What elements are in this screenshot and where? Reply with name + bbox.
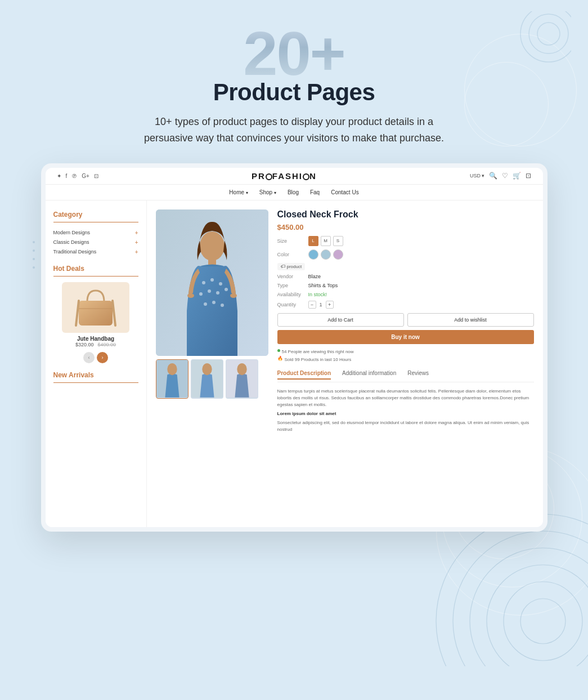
big-number: 20+ <box>11 23 577 84</box>
color-opt-2[interactable] <box>321 249 331 260</box>
sold-social-proof: 🔥 Sold 99 Products in last 10 Hours <box>277 355 534 362</box>
svg-point-50 <box>237 363 246 375</box>
main-product-image <box>156 209 268 356</box>
thumbnail-2[interactable] <box>191 359 223 399</box>
color-row: Color <box>277 249 534 260</box>
nav-shop[interactable]: Shop ▾ <box>259 189 276 195</box>
size-label: Size <box>277 238 308 244</box>
color-label: Color <box>277 252 308 257</box>
instagram-icon: ⊡ <box>94 173 98 179</box>
product-tag: 🏷 product <box>277 263 306 270</box>
expand-icon-traditional: + <box>135 249 138 255</box>
svg-point-2 <box>487 565 588 666</box>
product-section: Closed Neck Frock $450.00 Size L M S <box>147 200 543 527</box>
product-top-area: Closed Neck Frock $450.00 Size L M S <box>156 209 534 433</box>
svg-point-4 <box>453 531 588 666</box>
page-title: Product Pages <box>11 79 577 106</box>
svg-point-43 <box>187 293 194 298</box>
shop-arrow: ▾ <box>274 190 276 195</box>
prev-arrow[interactable]: ‹ <box>83 352 95 363</box>
home-arrow: ▾ <box>246 190 248 195</box>
quantity-decrease[interactable]: − <box>308 301 316 309</box>
store-topbar: ✦ f ℗ G+ ⊡ PRFASHIN USD ▾ 🔍 ♡ 🛒 ⊡ <box>46 168 543 185</box>
svg-point-37 <box>208 289 211 293</box>
add-to-wishlist-button[interactable]: Add to wishlist <box>407 313 534 327</box>
quantity-increase[interactable]: + <box>326 301 334 309</box>
thumbnail-3[interactable] <box>226 359 258 399</box>
svg-point-1 <box>504 582 582 661</box>
type-row: Type Shirts & Tops <box>277 283 534 288</box>
availability-label: Availability <box>277 292 308 297</box>
nav-blog[interactable]: Blog <box>288 189 299 195</box>
sidebar-item-classic[interactable]: Classic Designs + <box>53 238 138 247</box>
color-opt-1[interactable] <box>308 249 318 260</box>
facebook-icon: f <box>66 173 68 179</box>
expand-icon-classic: + <box>135 239 138 246</box>
search-icon[interactable]: 🔍 <box>489 172 497 180</box>
size-m[interactable]: M <box>321 236 331 246</box>
sidebar: Category Modern Designs + Classic Design… <box>46 200 147 527</box>
tab-additional-info[interactable]: Additional information <box>342 370 396 380</box>
dress-model-image <box>156 209 268 356</box>
svg-point-3 <box>470 548 588 666</box>
svg-point-48 <box>202 363 212 375</box>
account-icon[interactable]: ⊡ <box>526 172 531 180</box>
handbag-image <box>70 285 121 330</box>
expand-icon-modern: + <box>135 230 138 236</box>
size-s[interactable]: S <box>333 236 343 246</box>
tab-reviews[interactable]: Reviews <box>407 370 429 380</box>
svg-line-29 <box>113 301 115 326</box>
sidebar-item-traditional[interactable]: Traditional Designs + <box>53 247 138 257</box>
tag-icon: 🏷 <box>281 264 285 269</box>
svg-point-9 <box>33 241 35 243</box>
thumb-dress-3 <box>226 359 258 398</box>
browser-mockup: ✦ f ℗ G+ ⊡ PRFASHIN USD ▾ 🔍 ♡ 🛒 ⊡ Home ▾… <box>41 163 547 532</box>
svg-point-39 <box>225 288 228 291</box>
nav-faq[interactable]: Faq <box>310 189 320 195</box>
thumb-dress-2 <box>191 359 223 398</box>
action-buttons: Add to Cart Add to wishlist <box>277 313 534 327</box>
next-arrow[interactable]: › <box>97 352 108 363</box>
currency-selector[interactable]: USD ▾ <box>470 173 485 179</box>
buy-now-button[interactable]: Buy it now <box>277 330 534 344</box>
tab-product-description[interactable]: Product Description <box>277 370 331 380</box>
social-icons-group: ✦ f ℗ G+ ⊡ <box>57 173 98 179</box>
new-arrivals-title: New Arrivals <box>53 371 138 379</box>
quantity-label: Quantity <box>277 302 308 307</box>
svg-point-36 <box>199 292 203 296</box>
twitter-icon: ✦ <box>57 173 61 179</box>
svg-line-28 <box>76 301 79 326</box>
svg-point-21 <box>33 266 35 269</box>
hot-deal-product-name: Jute Handbag <box>53 336 138 342</box>
nav-home[interactable]: Home ▾ <box>229 189 248 195</box>
availability-value: In stock! <box>308 292 327 297</box>
svg-point-46 <box>167 363 177 375</box>
type-value: Shirts & Tops <box>308 283 338 288</box>
add-to-cart-button[interactable]: Add to Cart <box>277 313 404 327</box>
wishlist-icon[interactable]: ♡ <box>502 172 508 180</box>
header-section: 20+ Product Pages 10+ types of product p… <box>0 0 588 163</box>
description-bold-text: Lorem ipsum dolor sit amet <box>277 411 534 417</box>
color-options <box>308 249 343 260</box>
svg-point-5 <box>436 514 588 666</box>
category-divider <box>53 222 138 222</box>
thumbnail-1[interactable] <box>156 359 188 399</box>
subtitle: 10+ types of product pages to display yo… <box>137 114 452 146</box>
vendor-value: Blaze <box>308 274 321 279</box>
size-l[interactable]: L <box>308 236 318 246</box>
viewers-text: 54 People are viewing this right now <box>282 349 354 354</box>
nav-contact[interactable]: Contact Us <box>331 189 358 195</box>
product-title: Closed Neck Frock <box>277 209 534 220</box>
new-arrivals-divider <box>53 382 138 383</box>
sidebar-item-label: Traditional Designs <box>53 249 97 255</box>
svg-point-42 <box>221 304 224 307</box>
size-row: Size L M S <box>277 236 534 246</box>
color-opt-3[interactable] <box>333 249 343 260</box>
store-navigation: Home ▾ Shop ▾ Blog Faq Contact Us <box>46 185 543 200</box>
svg-rect-26 <box>79 301 113 326</box>
store-main-content: Category Modern Designs + Classic Design… <box>46 200 543 527</box>
cart-icon[interactable]: 🛒 <box>513 172 521 180</box>
svg-point-38 <box>216 291 219 295</box>
sidebar-item-modern[interactable]: Modern Designs + <box>53 228 138 238</box>
online-dot <box>277 349 280 352</box>
